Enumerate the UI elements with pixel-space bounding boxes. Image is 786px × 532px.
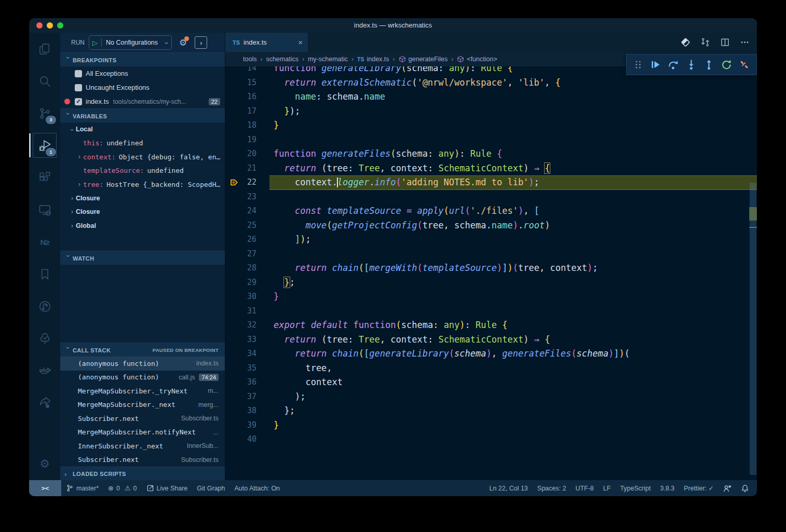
code-line[interactable]: 19 bbox=[225, 133, 757, 147]
variable-item[interactable]: templateSource:undefined bbox=[60, 164, 225, 178]
code-line[interactable]: 26]); bbox=[225, 233, 757, 247]
code-line[interactable]: 22context.logger.info('adding NOTES.md t… bbox=[225, 175, 757, 190]
git-branch[interactable]: master* bbox=[61, 480, 103, 496]
explorer-icon[interactable] bbox=[29, 33, 60, 65]
breakpoint-item[interactable]: Uncaught Exceptions bbox=[60, 80, 225, 94]
run-debug-icon[interactable]: 1 bbox=[29, 129, 60, 161]
disconnect-button[interactable] bbox=[739, 59, 750, 70]
cursor-position[interactable]: Ln 22, Col 13 bbox=[484, 480, 532, 496]
variables-scope-row[interactable]: ›Local bbox=[60, 122, 225, 137]
breakpoint-checkbox[interactable] bbox=[75, 84, 82, 91]
code-line[interactable]: 23 bbox=[225, 190, 757, 204]
close-tab-icon[interactable]: × bbox=[298, 38, 303, 47]
step-over-button[interactable] bbox=[668, 59, 679, 70]
breadcrumb-item[interactable]: tools bbox=[243, 56, 256, 63]
call-stack-section-header[interactable]: ›CALL STACKPAUSED ON BREAKPOINT bbox=[60, 343, 225, 357]
step-out-button[interactable] bbox=[703, 59, 714, 70]
notifications-bell[interactable] bbox=[736, 480, 754, 496]
breadcrumb-item[interactable]: TSindex.ts bbox=[357, 56, 389, 63]
call-stack-frame[interactable]: (anonymous function)index.ts bbox=[60, 357, 225, 371]
step-into-button[interactable] bbox=[686, 59, 697, 70]
split-editor-icon[interactable] bbox=[720, 37, 730, 47]
settings-gear-icon[interactable]: ⚙ bbox=[29, 448, 60, 480]
language-mode[interactable]: TypeScript bbox=[615, 480, 655, 496]
auto-attach[interactable]: Auto Attach: On bbox=[230, 480, 285, 496]
breakpoint-checkbox[interactable]: ✓ bbox=[75, 98, 82, 105]
loaded-scripts-section-header[interactable]: ›LOADED SCRIPTS bbox=[60, 467, 225, 481]
restart-button[interactable] bbox=[721, 59, 732, 70]
prettier[interactable]: Prettier: ✓ bbox=[679, 480, 719, 496]
code-line[interactable]: 30} bbox=[225, 290, 757, 304]
search-icon[interactable] bbox=[29, 65, 60, 97]
variables-scope-row[interactable]: ›Closure bbox=[60, 192, 225, 206]
source-control-icon[interactable]: 3 bbox=[29, 97, 60, 129]
configure-gear-button[interactable]: ⚙ bbox=[179, 37, 187, 48]
code-line[interactable]: 21return (tree: Tree, context: Schematic… bbox=[225, 161, 757, 176]
eol[interactable]: LF bbox=[599, 480, 616, 496]
variable-item[interactable]: this:undefined bbox=[60, 137, 225, 151]
code-line[interactable]: 18} bbox=[225, 118, 757, 133]
breadcrumb-item[interactable]: generateFiles bbox=[399, 56, 448, 63]
encoding[interactable]: UTF-8 bbox=[571, 480, 598, 496]
live-share-icon[interactable] bbox=[29, 387, 60, 419]
call-stack-frame[interactable]: MergeMapSubscriber._nextmerg... bbox=[60, 398, 225, 412]
docker-icon[interactable] bbox=[29, 354, 60, 387]
git-graph[interactable]: Git Graph bbox=[192, 480, 229, 496]
debug-console-button[interactable]: › bbox=[195, 36, 207, 49]
toolbar-drag-handle[interactable] bbox=[633, 60, 643, 70]
open-changes-icon[interactable] bbox=[681, 37, 690, 47]
variables-scope-row[interactable]: ›Closure bbox=[60, 205, 225, 219]
code-line[interactable]: 31 bbox=[225, 304, 757, 319]
code-line[interactable]: 27 bbox=[225, 247, 757, 262]
code-line[interactable]: 38}; bbox=[225, 404, 757, 418]
launch-configuration-dropdown[interactable]: ▷ No Configurations › bbox=[89, 35, 172, 50]
call-stack-frame[interactable]: (anonymous function)call.js74:24 bbox=[60, 371, 225, 385]
problems[interactable]: ⊗0⚠0 bbox=[103, 480, 141, 496]
nx-console-icon[interactable]: N≥ bbox=[29, 226, 60, 258]
call-stack-frame[interactable]: Subscriber.nextSubscriber.ts bbox=[60, 453, 225, 467]
gitlens-icon[interactable] bbox=[29, 290, 60, 322]
code-line[interactable]: 17}); bbox=[225, 104, 757, 119]
code-area[interactable]: 14function generateLibrary(schema: any):… bbox=[225, 66, 757, 480]
call-stack-frame[interactable]: MergeMapSubscriber._tryNextm... bbox=[60, 384, 225, 398]
breadcrumb-item[interactable]: schematics bbox=[266, 56, 299, 63]
ts-version[interactable]: 3.8.3 bbox=[655, 480, 679, 496]
code-line[interactable]: 37); bbox=[225, 390, 757, 404]
tab-index-ts[interactable]: TS index.ts × bbox=[225, 33, 308, 52]
code-line[interactable]: 29}; bbox=[225, 276, 757, 290]
breakpoint-item[interactable]: ✓index.tstools/schematics/my-sch...22 bbox=[60, 94, 225, 108]
code-line[interactable]: 40 bbox=[225, 432, 757, 447]
continue-button[interactable] bbox=[650, 59, 661, 70]
remote-indicator[interactable]: >< bbox=[29, 480, 61, 496]
indentation[interactable]: Spaces: 2 bbox=[533, 480, 571, 496]
watch-section-header[interactable]: ›WATCH bbox=[60, 251, 225, 265]
scrollbar-thumb[interactable] bbox=[750, 183, 756, 475]
code-line[interactable]: 20function generateFiles(schema: any): R… bbox=[225, 147, 757, 161]
code-line[interactable]: 36context bbox=[225, 375, 757, 390]
code-line[interactable]: 28return chain([mergeWith(templateSource… bbox=[225, 261, 757, 276]
code-line[interactable]: 32export default function(schema: any): … bbox=[225, 318, 757, 333]
remote-explorer-icon[interactable] bbox=[29, 194, 60, 226]
breadcrumb-item[interactable]: <function> bbox=[457, 56, 497, 63]
code-line[interactable]: 25move(getProjectConfig(tree, schema.nam… bbox=[225, 219, 757, 233]
code-line[interactable]: 24const templateSource = apply(url('./fi… bbox=[225, 204, 757, 219]
call-stack-frame[interactable]: MergeMapSubscriber.notifyNext... bbox=[60, 426, 225, 440]
more-actions-icon[interactable] bbox=[740, 37, 750, 47]
code-line[interactable]: 35tree, bbox=[225, 361, 757, 376]
testing-icon[interactable] bbox=[29, 322, 60, 354]
bookmarks-icon[interactable] bbox=[29, 258, 60, 290]
extensions-icon[interactable] bbox=[29, 161, 60, 194]
breakpoints-section-header[interactable]: ›BREAKPOINTS bbox=[60, 52, 225, 67]
variable-item[interactable]: ›tree:HostTree {_backend: ScopedH… bbox=[60, 178, 225, 192]
feedback[interactable] bbox=[719, 480, 736, 496]
breakpoint-checkbox[interactable] bbox=[75, 70, 82, 77]
code-line[interactable]: 39} bbox=[225, 418, 757, 433]
variables-section-header[interactable]: ›VARIABLES bbox=[60, 108, 225, 123]
compare-changes-icon[interactable] bbox=[700, 37, 710, 47]
breakpoint-item[interactable]: All Exceptions bbox=[60, 66, 225, 80]
variables-scope-row[interactable]: ›Global bbox=[60, 219, 225, 233]
breadcrumb-item[interactable]: my-schematic bbox=[308, 56, 348, 63]
call-stack-frame[interactable]: Subscriber.nextSubscriber.ts bbox=[60, 412, 225, 426]
code-line[interactable]: 16name: schema.name bbox=[225, 90, 757, 104]
code-line[interactable]: 34return chain([generateLibrary(schema),… bbox=[225, 347, 757, 361]
